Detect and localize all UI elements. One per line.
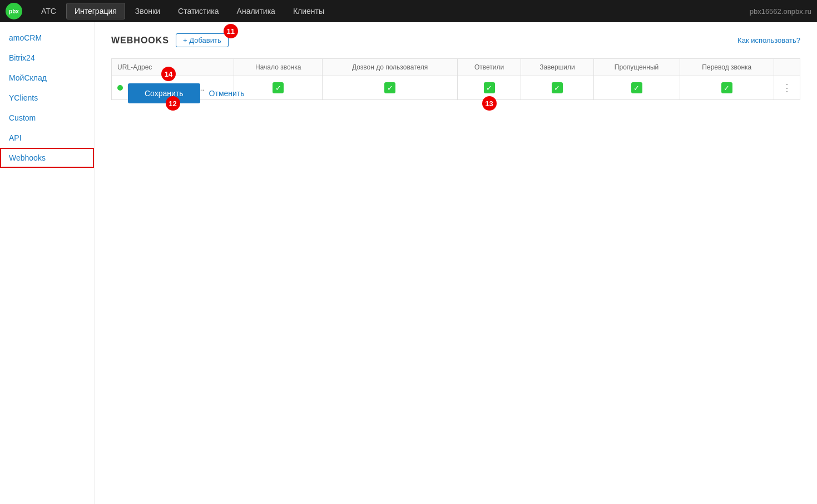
annotation-11: 11 <box>224 24 238 38</box>
bottom-actions: 14 Сохранить Отменить <box>128 83 817 103</box>
logo: pbx <box>6 3 22 19</box>
top-navigation: pbx АТС Интеграция Звонки Статистика Ана… <box>0 0 817 22</box>
col-transfer: Перевод звонка <box>680 59 774 76</box>
save-button-label: Сохранить <box>145 89 184 98</box>
col-answered: Ответили <box>457 59 521 76</box>
webhooks-title: WEBHOOKS <box>111 36 169 46</box>
logo-icon: pbx <box>6 3 22 19</box>
add-button-label: + Добавить <box>183 36 221 44</box>
sidebar-item-mojsklad[interactable]: МойСклад <box>0 68 94 88</box>
nav-item-integration[interactable]: Интеграция <box>66 3 125 19</box>
webhooks-header: WEBHOOKS + Добавить 11 Как использовать? <box>111 33 800 47</box>
domain-label: pbx16562.onpbx.ru <box>750 7 811 16</box>
col-finished: Завершили <box>521 59 593 76</box>
how-to-use-link[interactable]: Как использовать? <box>737 36 800 44</box>
sidebar-item-bitrix24[interactable]: Bitrix24 <box>0 48 94 68</box>
nav-item-calls[interactable]: Звонки <box>127 3 168 19</box>
nav-items: АТС Интеграция Звонки Статистика Аналити… <box>33 3 750 19</box>
add-webhook-button[interactable]: + Добавить 11 <box>176 33 229 47</box>
sidebar: amoCRM Bitrix24 МойСклад YClients Custom… <box>0 22 95 504</box>
col-actions <box>774 59 800 76</box>
cancel-link[interactable]: Отменить <box>209 89 245 98</box>
sidebar-item-amocrm[interactable]: amoCRM <box>0 28 94 48</box>
sidebar-item-custom[interactable]: Custom <box>0 108 94 128</box>
col-start: Начало звонка <box>234 59 323 76</box>
sidebar-item-yclients[interactable]: YClients <box>0 88 94 108</box>
save-button[interactable]: Сохранить <box>128 83 200 103</box>
sidebar-item-webhooks[interactable]: Webhooks <box>0 148 94 168</box>
sidebar-item-api[interactable]: API <box>0 128 94 148</box>
logo-text: pbx <box>9 8 19 14</box>
status-dot-active <box>117 85 123 91</box>
page-layout: amoCRM Bitrix24 МойСклад YClients Custom… <box>0 22 817 504</box>
col-missed: Пропущенный <box>593 59 680 76</box>
main-content: WEBHOOKS + Добавить 11 Как использовать?… <box>95 22 817 504</box>
cancel-link-label: Отменить <box>209 89 245 98</box>
col-dial: Дозвон до пользователя <box>323 59 457 76</box>
nav-item-stats[interactable]: Статистика <box>170 3 227 19</box>
nav-item-ats[interactable]: АТС <box>33 3 64 19</box>
nav-item-clients[interactable]: Клиенты <box>285 3 332 19</box>
nav-item-analytics[interactable]: Аналитика <box>229 3 283 19</box>
col-url: URL-Адрес <box>112 59 234 76</box>
